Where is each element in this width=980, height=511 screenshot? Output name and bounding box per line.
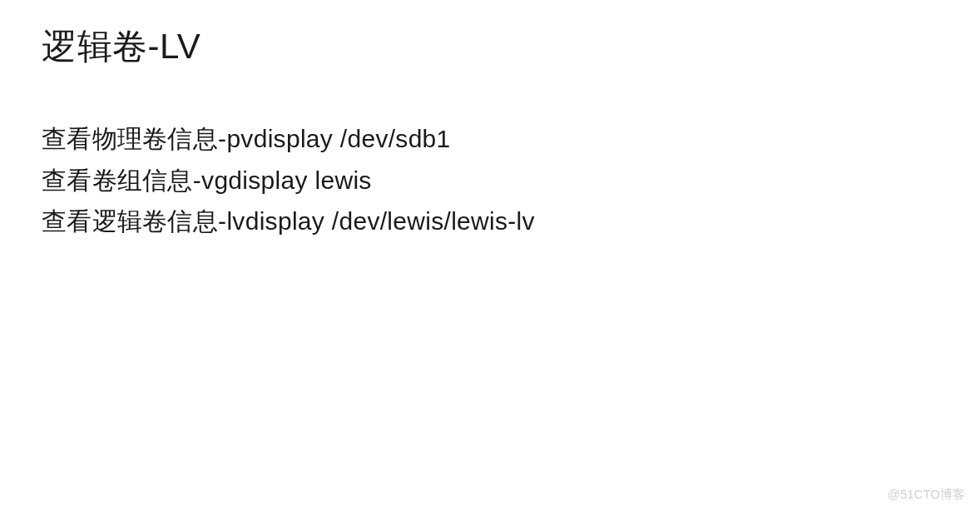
body-line-1: 查看物理卷信息-pvdisplay /dev/sdb1: [42, 118, 938, 160]
body-line-2: 查看卷组信息-vgdisplay lewis: [42, 160, 938, 201]
slide-title: 逻辑卷-LV: [42, 23, 938, 70]
watermark: @51CTO博客: [888, 487, 965, 503]
body-line-3: 查看逻辑卷信息-lvdisplay /dev/lewis/lewis-lv: [42, 201, 938, 242]
slide-content: 逻辑卷-LV 查看物理卷信息-pvdisplay /dev/sdb1 查看卷组信…: [0, 0, 980, 265]
